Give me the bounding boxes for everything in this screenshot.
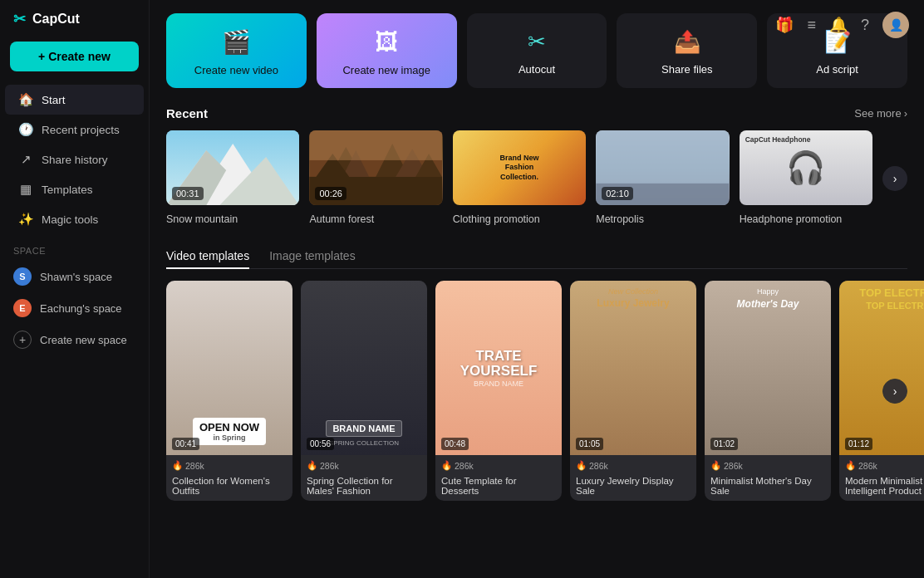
template-footer-jewelry: 🔥 286k bbox=[570, 455, 696, 476]
space-eachung-label: Eachung's space bbox=[40, 302, 122, 315]
space-shawn[interactable]: S Shawn's space bbox=[0, 261, 149, 292]
template-name-outfits: Collection for Women's Outfits bbox=[166, 476, 292, 501]
template-likes-outfits: 🔥 286k bbox=[172, 460, 204, 471]
brand-name-desserts: BRAND NAME bbox=[474, 380, 523, 388]
sidebar-item-share-history[interactable]: ↗ Share history bbox=[5, 144, 144, 174]
template-likes-mothers: 🔥 286k bbox=[710, 460, 743, 471]
brand-name-text: BRAND NAME bbox=[326, 420, 401, 437]
template-time-spring: 00:56 bbox=[307, 438, 334, 450]
sidebar-item-recent[interactable]: 🕐 Recent projects bbox=[5, 115, 144, 144]
share-files-card[interactable]: 📤 Share files bbox=[617, 13, 757, 88]
template-likes-spring: 🔥 286k bbox=[307, 460, 339, 471]
template-outfits[interactable]: OPEN NOWin Spring 00:41 🔥 286k Collectio… bbox=[166, 281, 292, 501]
sidebar-item-start[interactable]: 🏠 Start bbox=[5, 85, 144, 115]
template-time-jewelry: 01:05 bbox=[576, 438, 603, 450]
create-space-label: Create new space bbox=[40, 334, 127, 346]
recent-item-mountain[interactable]: 00:31 Snow mountain bbox=[166, 130, 299, 226]
template-spring-thumb: BRAND NAME SPRING COLLECTION 00:56 bbox=[301, 281, 427, 455]
home-icon: 🏠 bbox=[18, 92, 33, 107]
templates-next-button[interactable]: › bbox=[882, 379, 907, 404]
create-image-label: Create new image bbox=[342, 64, 430, 76]
add-space-icon: + bbox=[13, 331, 32, 349]
sidebar-item-templates[interactable]: ▦ Templates bbox=[5, 174, 144, 204]
recent-item-headphone[interactable]: 🎧 CapCut Headphone Headphone promotion bbox=[740, 130, 872, 226]
template-desserts-thumb: TRATEYOURSELF BRAND NAME 00:48 bbox=[435, 281, 562, 455]
recent-thumb-mountain: 00:31 bbox=[166, 130, 299, 205]
tab-video-templates[interactable]: Video templates bbox=[166, 244, 249, 269]
template-outfits-thumb: OPEN NOWin Spring 00:41 bbox=[166, 281, 292, 455]
template-footer-electrics: 🔥 286k bbox=[839, 455, 924, 476]
autocut-icon: ✂ bbox=[528, 29, 546, 55]
template-electrics[interactable]: TOP ELECTRICSTOP ELECTRICS 01:12 🔥 286k … bbox=[839, 281, 924, 501]
templates-tabs: Video templates Image templates bbox=[166, 244, 907, 269]
logo-icon: ✂ bbox=[13, 10, 26, 28]
recent-name-metro: Metropolis bbox=[596, 213, 644, 225]
see-more-button[interactable]: See more › bbox=[854, 107, 907, 120]
recent-title: Recent bbox=[166, 106, 208, 120]
space-shawn-avatar: S bbox=[13, 267, 32, 286]
top-electrics-text: TOP ELECTRICSTOP ELECTRICS bbox=[859, 287, 924, 311]
template-footer-mothers: 🔥 286k bbox=[705, 455, 831, 476]
template-mothers[interactable]: Happy Mother's Day 01:02 🔥 286k Minimali… bbox=[705, 281, 831, 501]
logo-text: CapCut bbox=[32, 12, 80, 27]
recent-item-clothing[interactable]: Brand NewFashionCollection. Clothing pro… bbox=[453, 130, 586, 226]
recent-next-button[interactable]: › bbox=[882, 166, 907, 191]
recent-time-mountain: 00:31 bbox=[172, 187, 204, 200]
templates-section: OPEN NOWin Spring 00:41 🔥 286k Collectio… bbox=[166, 281, 907, 501]
recent-time-metro: 02:10 bbox=[602, 187, 633, 200]
create-video-card[interactable]: 🎬 Create new video bbox=[166, 13, 307, 88]
sidebar-item-magic-label: Magic tools bbox=[42, 213, 98, 226]
template-jewelry[interactable]: New Collection Luxury Jewelry 01:05 🔥 28… bbox=[570, 281, 696, 501]
ad-script-label: Ad script bbox=[816, 63, 858, 76]
templates-row: OPEN NOWin Spring 00:41 🔥 286k Collectio… bbox=[166, 281, 907, 501]
tab-image-templates[interactable]: Image templates bbox=[269, 244, 356, 269]
template-name-spring: Spring Collection for Males' Fashion bbox=[301, 476, 427, 501]
topbar: 🎁 ≡ 🔔 ? 👤 bbox=[760, 0, 924, 50]
template-mothers-thumb: Happy Mother's Day 01:02 bbox=[705, 281, 831, 455]
template-footer-desserts: 🔥 286k bbox=[435, 455, 562, 476]
logo: ✂ CapCut bbox=[0, 10, 149, 42]
template-likes-electrics: 🔥 286k bbox=[845, 460, 877, 471]
space-eachung[interactable]: E Eachung's space bbox=[0, 292, 149, 324]
sidebar-item-recent-label: Recent projects bbox=[42, 124, 120, 136]
template-time-outfits: 00:41 bbox=[172, 438, 199, 450]
create-image-icon: 🖼 bbox=[375, 28, 398, 56]
bell-icon[interactable]: 🔔 bbox=[829, 16, 848, 34]
menu-icon[interactable]: ≡ bbox=[807, 17, 816, 34]
template-desserts[interactable]: TRATEYOURSELF BRAND NAME 00:48 🔥 286k Cu… bbox=[435, 281, 562, 501]
svg-rect-13 bbox=[310, 130, 443, 160]
sidebar: ✂ CapCut + Create new 🏠 Start 🕐 Recent p… bbox=[0, 0, 150, 578]
autocut-card[interactable]: ✂ Autocut bbox=[467, 13, 607, 88]
template-spring[interactable]: BRAND NAME SPRING COLLECTION 00:56 🔥 286… bbox=[301, 281, 427, 501]
magic-icon: ✨ bbox=[18, 212, 33, 227]
template-likes-desserts: 🔥 286k bbox=[441, 460, 474, 471]
recent-name-mountain: Snow mountain bbox=[166, 213, 238, 225]
main-content: 🎁 ≡ 🔔 ? 👤 🎬 Create new video 🖼 Create ne… bbox=[150, 0, 924, 578]
luxury-title-text: Luxury Jewelry bbox=[597, 297, 669, 309]
recent-item-metro[interactable]: 02:10 Metropolis bbox=[596, 130, 729, 226]
sidebar-item-start-label: Start bbox=[42, 94, 66, 106]
sidebar-item-share-label: Share history bbox=[42, 154, 108, 166]
template-name-desserts: Cute Template for Desserts bbox=[435, 476, 562, 501]
recent-section-header: Recent See more › bbox=[166, 106, 907, 120]
create-image-card[interactable]: 🖼 Create new image bbox=[317, 13, 457, 88]
template-icon: ▦ bbox=[18, 182, 33, 197]
space-label: SPACE bbox=[0, 234, 149, 261]
sidebar-item-magic-tools[interactable]: ✨ Magic tools bbox=[5, 204, 144, 234]
mothers-day-text: Mother's Day bbox=[737, 298, 799, 310]
help-icon[interactable]: ? bbox=[861, 17, 869, 34]
create-new-space[interactable]: + Create new space bbox=[0, 324, 149, 355]
recent-item-forest[interactable]: 00:26 Autumn forest bbox=[309, 130, 442, 226]
sidebar-item-templates-label: Templates bbox=[42, 184, 93, 196]
share-icon: ↗ bbox=[18, 152, 33, 167]
recent-thumb-forest: 00:26 bbox=[309, 130, 442, 205]
space-shawn-label: Shawn's space bbox=[40, 271, 112, 283]
create-new-button[interactable]: + Create new bbox=[10, 42, 139, 71]
recent-thumb-metro: 02:10 bbox=[596, 130, 729, 205]
gift-icon[interactable]: 🎁 bbox=[775, 16, 794, 34]
recent-name-clothing: Clothing promotion bbox=[453, 213, 540, 225]
template-time-electrics: 01:12 bbox=[845, 438, 872, 450]
share-files-icon: 📤 bbox=[674, 29, 700, 55]
recent-name-headphone: Headphone promotion bbox=[740, 213, 843, 225]
user-avatar[interactable]: 👤 bbox=[882, 12, 909, 38]
